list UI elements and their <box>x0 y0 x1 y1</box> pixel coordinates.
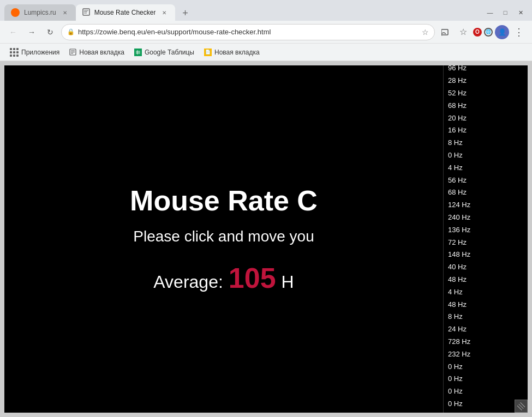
tab-lumpics[interactable]: Lumpics.ru ✕ <box>4 4 76 21</box>
refresh-button[interactable]: ↻ <box>43 25 58 40</box>
list-item: 24 Hz <box>444 323 528 336</box>
list-item: 40 Hz <box>444 261 528 274</box>
list-item: 28 Hz <box>444 75 528 87</box>
lock-icon: 🔒 <box>67 28 75 35</box>
resize-lines <box>517 402 525 410</box>
bookmarks-bar: Приложения Новая вкладка Google <box>0 44 532 61</box>
profile-avatar[interactable]: 👤 <box>495 25 509 39</box>
back-button[interactable]: ← <box>5 25 21 40</box>
close-button[interactable]: ✕ <box>513 8 528 17</box>
window-controls: — □ ✕ <box>483 8 528 21</box>
list-item: 48 Hz <box>444 299 528 311</box>
cast-button[interactable] <box>438 25 453 40</box>
maximize-button[interactable]: □ <box>498 8 512 17</box>
average-label: Average: <box>153 272 223 292</box>
list-item: 8 Hz <box>444 311 528 323</box>
forward-button[interactable]: → <box>24 25 39 40</box>
list-item: 136 Hz <box>444 224 528 237</box>
chrome-window: Lumpics.ru ✕ Mouse Rate Checker ✕ + — □ … <box>0 0 532 417</box>
average-display: Average: 105 H <box>153 262 294 294</box>
average-value: 105 <box>229 262 276 294</box>
list-item: 0 Hz <box>444 149 528 162</box>
tab-lumpics-close-icon[interactable]: ✕ <box>61 8 69 17</box>
title-bar: Lumpics.ru ✕ Mouse Rate Checker ✕ + — □ … <box>0 0 532 21</box>
list-item: 0 Hz <box>444 385 528 398</box>
page-content: Mouse Rate C Please click and move you A… <box>0 61 532 417</box>
nav-actions: ☆ O 🌐 👤 ⋮ <box>438 25 527 40</box>
list-item: 16 Hz <box>444 124 528 137</box>
average-unit: H <box>282 272 294 292</box>
bookmark-star-icon[interactable]: ☆ <box>422 28 429 37</box>
list-item: 56 Hz <box>444 174 528 187</box>
bookmark-apps[interactable]: Приложения <box>5 46 64 58</box>
list-item: 124 Hz <box>444 199 528 211</box>
list-item: 52 Hz <box>444 87 528 100</box>
resize-handle-icon[interactable] <box>515 400 528 413</box>
list-item: 0 Hz <box>444 373 528 385</box>
apps-grid-icon <box>10 48 19 57</box>
lumpics-favicon-icon <box>11 8 20 17</box>
list-item: 48 Hz <box>444 274 528 286</box>
new-tab-2-label: Новая вкладка <box>214 49 260 56</box>
rate-list[interactable]: 192 Hz172 Hz188 Hz96 Hz28 Hz52 Hz68 Hz20… <box>444 65 528 413</box>
list-item: 8 Hz <box>444 137 528 149</box>
list-item: 4 Hz <box>444 162 528 174</box>
rate-panel: 192 Hz172 Hz188 Hz96 Hz28 Hz52 Hz68 Hz20… <box>443 65 528 413</box>
nav-bar: ← → ↻ 🔒 https://zowie.benq.eu/en-eu/supp… <box>0 21 532 44</box>
bookmark-google-sheets[interactable]: Google Таблицы <box>130 47 199 58</box>
list-item: 68 Hz <box>444 186 528 199</box>
list-item: 0 Hz <box>444 361 528 373</box>
list-item: 240 Hz <box>444 211 528 224</box>
svg-rect-4 <box>441 29 448 35</box>
svg-point-5 <box>441 34 443 35</box>
menu-button[interactable]: ⋮ <box>511 25 527 40</box>
bookmark-new-tab-2[interactable]: 📄 Новая вкладка <box>200 47 264 58</box>
address-bar[interactable]: 🔒 https://zowie.benq.eu/en-eu/support/mo… <box>61 24 435 40</box>
newtab-icon: 📄 <box>204 49 212 56</box>
google-sheets-label: Google Таблицы <box>145 49 194 56</box>
webpage: Mouse Rate C Please click and move you A… <box>4 65 528 413</box>
list-item: 96 Hz <box>444 65 528 75</box>
list-item: 20 Hz <box>444 112 528 125</box>
tab-mouse-rate-label: Mouse Rate Checker <box>94 9 156 16</box>
doc-icon <box>69 49 76 56</box>
bookmark-new-tab-1[interactable]: Новая вкладка <box>65 47 129 58</box>
tab-mouse-rate[interactable]: Mouse Rate Checker ✕ <box>76 4 176 21</box>
list-item: 728 Hz <box>444 336 528 348</box>
page-title: Mouse Rate C <box>130 184 318 217</box>
list-item: 148 Hz <box>444 249 528 261</box>
tab-lumpics-label: Lumpics.ru <box>24 9 56 16</box>
new-tab-1-label: Новая вкладка <box>79 49 124 56</box>
mouse-rate-favicon-icon <box>82 8 90 17</box>
list-item: 68 Hz <box>444 100 528 112</box>
star-bookmark-button[interactable]: ☆ <box>456 25 471 40</box>
instruction-text: Please click and move you <box>133 228 314 245</box>
globe-icon: 🌐 <box>484 28 493 37</box>
new-tab-button[interactable]: + <box>177 5 193 21</box>
apps-bookmark-label: Приложения <box>21 49 59 56</box>
tab-mouse-rate-close-icon[interactable]: ✕ <box>160 8 169 17</box>
opera-icon: O <box>473 28 482 37</box>
sheets-icon <box>134 49 142 56</box>
list-item: 232 Hz <box>444 348 528 361</box>
minimize-button[interactable]: — <box>483 8 497 17</box>
list-item: 4 Hz <box>444 286 528 299</box>
main-area: Mouse Rate C Please click and move you A… <box>4 65 443 413</box>
list-item: 72 Hz <box>444 237 528 249</box>
address-text: https://zowie.benq.eu/en-eu/support/mous… <box>78 28 419 36</box>
